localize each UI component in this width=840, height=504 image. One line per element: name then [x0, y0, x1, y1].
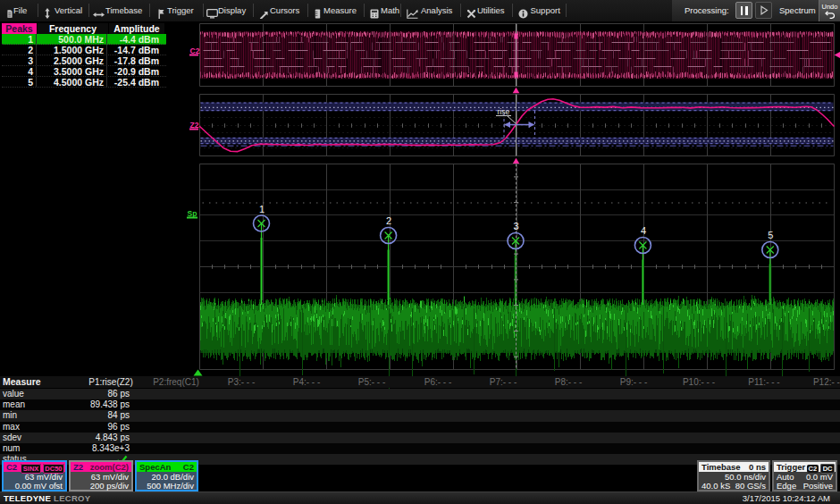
svg-text:2: 2 — [386, 215, 391, 226]
svg-text:1: 1 — [259, 204, 265, 214]
svg-text:4: 4 — [641, 225, 646, 236]
svg-text:Sp: Sp — [188, 209, 197, 218]
svg-text:5: 5 — [768, 230, 773, 240]
svg-text:Z2: Z2 — [190, 121, 199, 130]
svg-text:3: 3 — [514, 221, 519, 231]
svg-text:rise: rise — [498, 107, 510, 116]
